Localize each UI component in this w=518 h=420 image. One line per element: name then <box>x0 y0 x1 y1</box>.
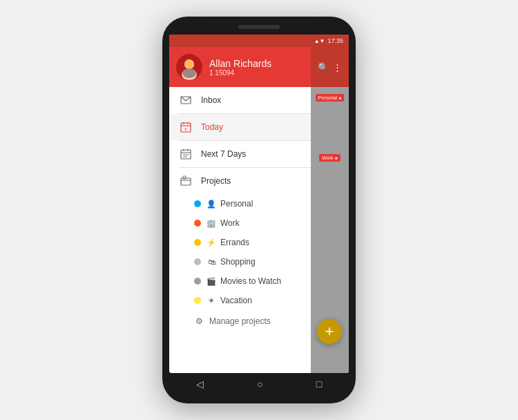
avatar[interactable] <box>176 54 202 80</box>
svg-text:9: 9 <box>184 127 187 131</box>
personal-dot <box>194 200 201 207</box>
next7-icon <box>179 147 193 161</box>
manage-icon: ⚙ <box>194 316 204 326</box>
shopping-icon: 🛍 <box>207 258 216 266</box>
personal-tag: Personal ● <box>316 94 345 102</box>
avatar-image <box>176 54 202 80</box>
phone-speaker <box>238 25 280 29</box>
manage-label: Manage projects <box>209 316 271 326</box>
right-panel-header: 🔍 ⋮ <box>311 47 349 87</box>
inbox-icon <box>179 93 193 107</box>
work-tag: Work ● <box>319 154 340 162</box>
status-time: 17:35 <box>327 37 343 44</box>
errands-icon: ⚡ <box>207 238 216 247</box>
movies-dot <box>194 278 201 285</box>
phone-frame: ▲▼ 17:35 Allan Richards 1 15094 🔍 <box>162 17 356 403</box>
header-info: Allan Richards 1 15094 <box>209 58 315 77</box>
status-icons: ▲▼ <box>314 38 325 44</box>
user-subtitle: 1 15094 <box>209 69 315 77</box>
svg-point-3 <box>185 60 193 68</box>
projects-icon <box>179 174 193 188</box>
svg-rect-17 <box>181 178 191 185</box>
vacation-icon: ☀ <box>207 296 216 305</box>
signal-icon: ▲▼ <box>314 38 325 44</box>
recents-button[interactable]: □ <box>316 379 322 390</box>
svg-point-4 <box>182 68 196 78</box>
user-name: Allan Richards <box>209 58 315 69</box>
status-bar: ▲▼ 17:35 <box>169 35 349 47</box>
more-icon-rp[interactable]: ⋮ <box>333 62 342 73</box>
bottom-nav-bar: ◁ ○ □ <box>169 373 349 395</box>
shopping-dot <box>194 258 201 265</box>
phone-screen: ▲▼ 17:35 Allan Richards 1 15094 🔍 <box>169 35 349 373</box>
movies-icon: 🎬 <box>207 277 216 286</box>
fab-button[interactable]: + <box>317 319 342 344</box>
today-icon: 9 <box>179 120 193 134</box>
home-button[interactable]: ○ <box>257 379 262 390</box>
search-icon-rp[interactable]: 🔍 <box>318 62 329 73</box>
errands-dot <box>194 239 201 246</box>
work-icon: 🏢 <box>207 219 216 228</box>
back-button[interactable]: ◁ <box>196 379 204 390</box>
vacation-dot <box>194 297 201 304</box>
work-dot <box>194 220 201 227</box>
personal-icon: 👤 <box>207 200 216 209</box>
